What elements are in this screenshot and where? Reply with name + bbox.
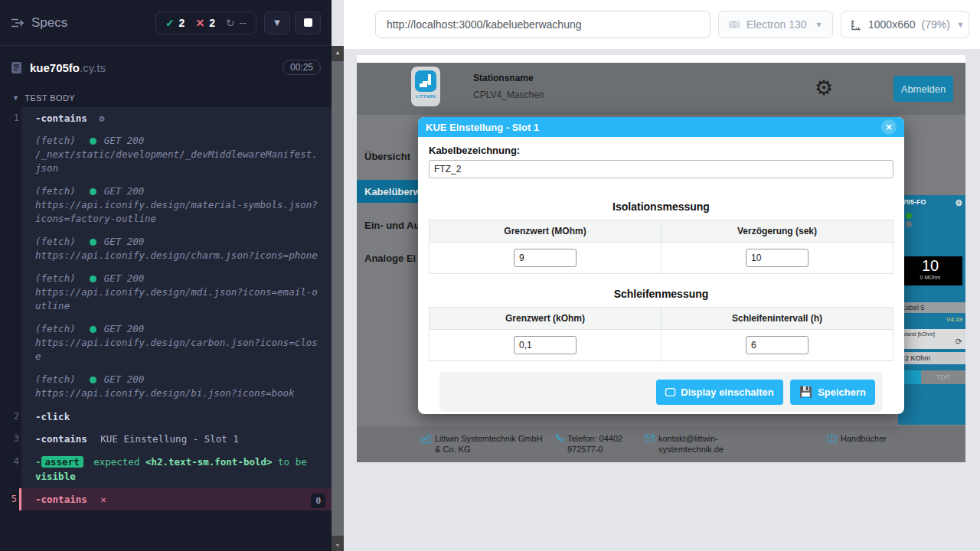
footer-email: kontakt@littwin-systemtechnik.de <box>645 433 744 455</box>
modal-title: KUE Einstellung - Slot 1 <box>426 122 539 133</box>
device-version: V4.19 <box>898 313 965 323</box>
monitor-icon: 🖵 <box>665 386 676 399</box>
specs-button[interactable]: Specs <box>11 15 67 31</box>
stop-icon <box>304 18 312 27</box>
command-log: 1 -contains ⚙ (fetch)GET 200 /_next/stat… <box>21 107 332 510</box>
app-footer: Littwin Systemtechnik GmbH & Co. KG Tele… <box>357 426 965 462</box>
device-panel-partial: 705-FO ⚙ 10 0 MOhm Kabel 5 V4.19 rstand … <box>898 195 965 425</box>
modal-footer: 🖵 Display einschalten 💾 Speichern <box>439 372 883 412</box>
command-contains-3[interactable]: 3 -contains KUE Einstellung - Slot 1 <box>21 428 332 450</box>
specs-label: Specs <box>31 15 67 31</box>
refresh-icon[interactable]: ⟳ <box>901 337 962 347</box>
footer-phone: Telefon: 04402 972577-0 <box>554 433 645 455</box>
nav-item-overview[interactable]: Übersicht <box>364 151 410 162</box>
pending-restart-icon: ↻ <box>226 17 235 29</box>
spec-file-icon <box>11 61 22 74</box>
chevron-down-icon: ▼ <box>956 20 965 29</box>
settings-gear-icon[interactable]: ⚙ <box>815 76 833 100</box>
insulation-delay-input[interactable] <box>746 249 808 267</box>
url-input[interactable] <box>375 11 710 38</box>
section-chevron-icon: ▼ <box>12 94 19 102</box>
loop-limit-header: Grenzwert (kOhm) <box>430 308 662 330</box>
passed-check-icon: ✓ <box>165 17 175 29</box>
fetch-log-2[interactable]: (fetch)GET 200 https://api.iconify.desig… <box>21 181 332 231</box>
cypress-reporter: Specs ✓ 2 ✕ 2 ↻ -- ▼ kue705fo <box>0 0 332 551</box>
command-contains-1[interactable]: 1 -contains ⚙ <box>21 107 332 130</box>
collapse-reporter-button[interactable]: ▼ <box>264 11 290 34</box>
logout-button[interactable]: Abmelden <box>893 76 953 102</box>
failed-x-icon: ✕ <box>195 17 204 29</box>
electron-icon <box>728 18 740 31</box>
status-dot-icon <box>90 377 96 383</box>
ruler-icon <box>851 19 862 31</box>
scrollbar-down-arrow[interactable]: ▼ <box>332 539 344 551</box>
modal-close-button[interactable]: ✕ <box>881 119 897 135</box>
nav-item-analog[interactable]: Analoge Ei <box>364 253 416 264</box>
run-stats: ✓ 2 ✕ 2 ↻ -- <box>155 11 256 34</box>
status-dot-icon <box>90 326 96 333</box>
device-resistance-label: rstand [kOhm] ⟳ <box>898 329 965 349</box>
footer-company: Littwin Systemtechnik GmbH & Co. KG <box>421 433 545 455</box>
viewport-size-select[interactable]: 1000x660 (79%) ▼ <box>841 11 969 38</box>
floppy-disk-icon: 💾 <box>799 386 812 398</box>
chevron-down-icon: ▼ <box>273 17 283 28</box>
save-button[interactable]: 💾 Speichern <box>790 380 875 405</box>
status-dot-icon <box>90 188 96 195</box>
fetch-log-1[interactable]: (fetch)GET 200 /_next/static/development… <box>21 130 332 181</box>
device-display: 10 0 MOhm <box>898 256 962 285</box>
app-header: LITTWIN Stationsname CPLV4_Maschen ⚙ Abm… <box>357 63 965 115</box>
scrollbar-thumb[interactable] <box>332 61 344 536</box>
chevron-down-icon: ▼ <box>815 20 823 29</box>
spec-file-row[interactable]: kue705fo .cy.ts 00:25 <box>0 49 332 86</box>
fetch-log-4[interactable]: (fetch)GET 200 https://api.iconify.desig… <box>21 268 332 318</box>
close-x-icon: ✕ <box>885 122 892 132</box>
footer-manuals[interactable]: Handbücher <box>827 433 887 444</box>
loop-interval-header: Schleifenintervall (h) <box>662 308 893 330</box>
viewport-size: 1000x660 <box>868 18 916 31</box>
insulation-limit-input[interactable] <box>514 249 577 267</box>
status-dot-icon <box>90 276 96 282</box>
littwin-logo-icon <box>415 70 436 92</box>
nav-item-io[interactable]: Ein- und Au <box>364 220 420 231</box>
aut-topbar: Electron 130 ▼ 1000x660 (79%) ▼ <box>344 0 980 49</box>
reporter-scrollbar[interactable]: ▲ ▼ <box>332 46 344 551</box>
fetch-log-6[interactable]: (fetch)GET 200 https://api.iconify.desig… <box>21 369 332 406</box>
fetch-log-5[interactable]: (fetch)GET 200 https://api.iconify.desig… <box>21 318 332 369</box>
scrollbar-up-arrow[interactable]: ▲ <box>332 46 344 58</box>
loop-heading: Schleifenmessung <box>429 288 893 300</box>
station-name: CPLV4_Maschen <box>473 90 544 100</box>
modal-title-bar: KUE Einstellung - Slot 1 ✕ <box>418 117 904 137</box>
display-on-button[interactable]: 🖵 Display einschalten <box>656 380 783 405</box>
factory-icon <box>421 434 431 455</box>
device-resistance-value: 22 KOhm <box>898 352 965 364</box>
aut-stage: Electron 130 ▼ 1000x660 (79%) ▼ LITTWIN … <box>344 0 980 551</box>
device-gear-icon[interactable]: ⚙ <box>955 198 962 208</box>
insulation-table: Grenzwert (MOhm) Verzögerung (sek) <box>429 220 893 274</box>
command-contains-failed[interactable]: 5 -contains ✕ 0 <box>19 488 332 510</box>
insulation-limit-header: Grenzwert (MOhm) <box>430 220 662 243</box>
fetch-log-3[interactable]: (fetch)GET 200 https://api.iconify.desig… <box>21 231 332 268</box>
stat-failed: ✕ 2 <box>195 17 215 29</box>
cable-designation-input[interactable] <box>429 160 893 178</box>
status-led-gray <box>906 221 912 227</box>
status-dot-icon <box>90 138 96 145</box>
device-tab-tdr[interactable]: TDR <box>921 370 965 384</box>
browser-select[interactable]: Electron 130 ▼ <box>718 11 833 38</box>
device-title: 705-FO <box>903 198 926 208</box>
spec-duration-badge: 00:25 <box>283 60 321 75</box>
loop-limit-input[interactable] <box>514 336 577 354</box>
command-options-gear-icon: ⚙ <box>99 113 104 124</box>
command-assert[interactable]: 4 -assert expected <h2.text-sm.font-bold… <box>21 450 332 488</box>
kue-settings-modal: KUE Einstellung - Slot 1 ✕ Kabelbezeichn… <box>418 117 904 414</box>
station-info: Stationsname CPLV4_Maschen <box>473 73 544 100</box>
viewport-zoom: (79%) <box>922 18 950 31</box>
insulation-delay-header: Verzögerung (sek) <box>662 220 893 243</box>
loop-interval-input[interactable] <box>746 336 808 354</box>
app-under-test: LITTWIN Stationsname CPLV4_Maschen ⚙ Abm… <box>357 55 965 462</box>
stop-run-button[interactable] <box>295 11 321 34</box>
test-body-section-header[interactable]: ▼ TEST BODY <box>0 86 332 107</box>
command-click[interactable]: 2 -click <box>21 406 332 428</box>
littwin-logo: LITTWIN <box>411 67 440 106</box>
device-cable-label: Kabel 5 <box>898 302 965 313</box>
reporter-header: Specs ✓ 2 ✕ 2 ↻ -- ▼ <box>0 0 332 46</box>
